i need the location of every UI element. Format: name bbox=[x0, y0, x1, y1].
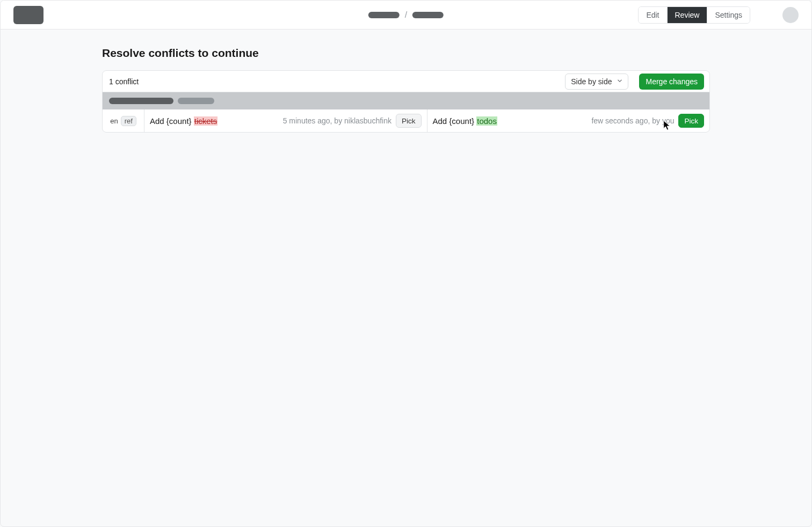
conflict-right-text: Add {count} todos bbox=[433, 116, 497, 126]
conflict-right-meta: few seconds ago, by you bbox=[591, 116, 674, 125]
tab-group: Edit Review Settings bbox=[638, 6, 750, 24]
topbar-right: Edit Review Settings bbox=[638, 6, 799, 24]
ref-badge: ref bbox=[121, 116, 136, 126]
text-prefix: Add {count} bbox=[150, 116, 194, 126]
panel-header: 1 conflict Side by side Merge changes bbox=[103, 71, 709, 92]
merge-changes-button[interactable]: Merge changes bbox=[639, 74, 704, 90]
breadcrumb-segment[interactable] bbox=[412, 12, 444, 18]
tab-review[interactable]: Review bbox=[667, 7, 707, 23]
avatar[interactable] bbox=[782, 7, 799, 23]
page: Resolve conflicts to continue 1 conflict… bbox=[1, 30, 811, 133]
conflict-left-meta: 5 minutes ago, by niklasbuchfink bbox=[283, 116, 392, 125]
pick-right-button[interactable]: Pick bbox=[678, 114, 704, 128]
diff-deleted: tickets bbox=[194, 116, 218, 126]
locale-code: en bbox=[110, 117, 118, 125]
view-mode-label: Side by side bbox=[571, 77, 612, 86]
group-header-block bbox=[109, 98, 173, 104]
conflict-row: en ref Add {count} tickets 5 minutes ago… bbox=[103, 109, 709, 132]
topbar: / Edit Review Settings bbox=[1, 1, 811, 30]
conflict-side-right: Add {count} todos few seconds ago, by yo… bbox=[427, 109, 710, 132]
tab-edit[interactable]: Edit bbox=[639, 7, 666, 23]
text-prefix: Add {count} bbox=[433, 116, 477, 126]
breadcrumb-segment[interactable] bbox=[368, 12, 400, 18]
diff-added: todos bbox=[476, 116, 497, 126]
locale-cell: en ref bbox=[103, 109, 144, 132]
breadcrumb: / bbox=[368, 10, 444, 20]
conflict-panel: 1 conflict Side by side Merge changes bbox=[102, 70, 710, 133]
conflict-side-left: Add {count} tickets 5 minutes ago, by ni… bbox=[144, 109, 427, 132]
conflict-count: 1 conflict bbox=[109, 77, 139, 86]
tab-settings[interactable]: Settings bbox=[707, 7, 750, 23]
view-mode-select[interactable]: Side by side bbox=[565, 74, 628, 90]
chevron-down-icon bbox=[616, 77, 624, 86]
panel-header-right: Side by side Merge changes bbox=[565, 74, 704, 90]
conflict-left-text: Add {count} tickets bbox=[150, 116, 218, 126]
conflict-group-header bbox=[103, 92, 709, 109]
app-logo[interactable] bbox=[13, 6, 44, 24]
page-title: Resolve conflicts to continue bbox=[102, 47, 710, 60]
pick-left-button[interactable]: Pick bbox=[396, 114, 422, 128]
group-header-block bbox=[178, 98, 214, 104]
content: Resolve conflicts to continue 1 conflict… bbox=[102, 47, 710, 133]
breadcrumb-separator: / bbox=[405, 10, 407, 20]
